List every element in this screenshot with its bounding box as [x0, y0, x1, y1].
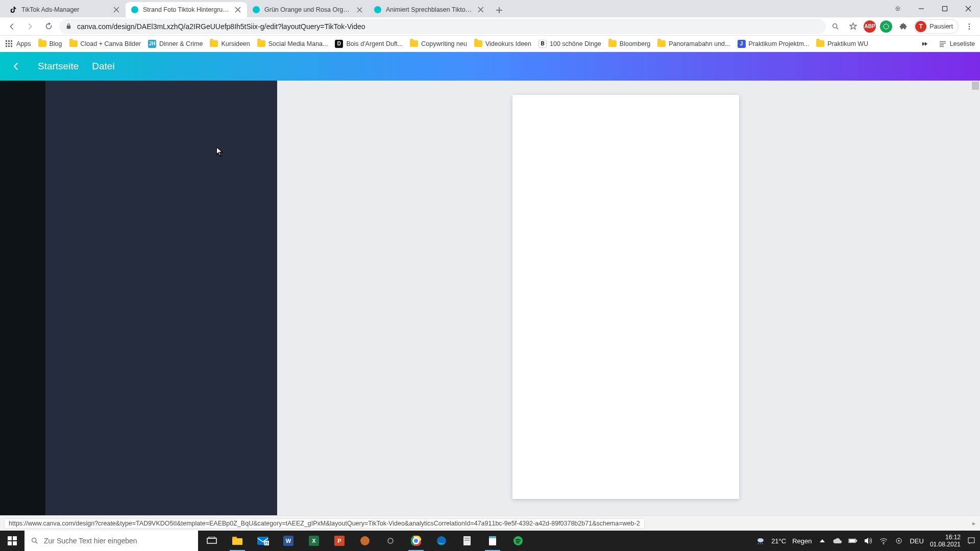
tray-date: 01.08.2021 — [930, 541, 961, 548]
taskbar-chrome[interactable] — [404, 531, 428, 551]
address-bar[interactable]: canva.com/design/DAEl3mLxzhQ/a2IRGeUUefp… — [59, 19, 826, 34]
close-icon[interactable] — [112, 6, 120, 14]
tray-chevron-up-icon[interactable] — [818, 536, 827, 545]
canvas-page[interactable] — [512, 95, 739, 499]
tray-location-icon[interactable] — [894, 536, 903, 545]
bookmark-apps[interactable]: Apps — [5, 40, 31, 48]
start-button[interactable] — [0, 531, 24, 551]
svg-point-45 — [414, 539, 418, 543]
taskbar-edge[interactable] — [430, 531, 453, 551]
svg-rect-51 — [489, 536, 496, 538]
menu-home[interactable]: Startseite — [38, 61, 79, 72]
taskbar-spotify[interactable] — [506, 531, 530, 551]
minimize-button[interactable] — [910, 0, 933, 17]
app-header: Startseite Datei — [0, 52, 980, 81]
bookmark-praktikum-wu[interactable]: Praktikum WU — [816, 40, 868, 47]
new-tab-button[interactable] — [492, 3, 506, 17]
side-rail[interactable] — [0, 81, 45, 515]
bookmark-praktikum-pm[interactable]: JPraktikum Projektm... — [738, 40, 810, 48]
taskbar-search[interactable]: Zur Suche Text hier eingeben — [24, 531, 198, 551]
close-icon[interactable] — [234, 6, 242, 14]
svg-rect-56 — [849, 539, 855, 542]
back-button[interactable] — [4, 19, 19, 34]
profile-chip[interactable]: T Pausiert — [914, 19, 959, 34]
bookmark-copywriting[interactable]: Copywriting neu — [410, 40, 467, 47]
status-url: https://www.canva.com/design?create&type… — [4, 518, 645, 529]
tray-language[interactable]: DEU — [910, 537, 923, 545]
app-back-button[interactable] — [7, 58, 24, 75]
bookmark-100schoene[interactable]: B100 schöne Dinge — [538, 40, 601, 48]
maximize-button[interactable] — [933, 0, 957, 17]
task-view-button[interactable] — [200, 531, 224, 551]
kebab-menu-icon[interactable] — [963, 19, 976, 34]
folder-icon — [210, 40, 218, 47]
bookmark-videokurs[interactable]: Videokurs Ideen — [474, 40, 531, 47]
tab-canva-animiert[interactable]: Animiert Sprechblasen Tiktok-H — [369, 2, 490, 17]
taskbar-word[interactable]: W — [277, 531, 300, 551]
bookmark-panorama[interactable]: Panoramabahn und... — [657, 40, 730, 47]
tray-battery-icon[interactable] — [848, 536, 857, 545]
account-dot-icon[interactable] — [886, 0, 910, 17]
reload-button[interactable] — [41, 19, 56, 34]
folder-icon — [257, 40, 265, 47]
taskbar-app-brown[interactable] — [353, 531, 377, 551]
horizontal-scroll-arrow-icon[interactable]: ▸ — [972, 519, 976, 527]
svg-point-24 — [32, 538, 36, 542]
tray-notifications-icon[interactable] — [967, 536, 976, 545]
close-icon[interactable] — [356, 6, 363, 14]
bookmark-star-icon[interactable] — [846, 19, 860, 34]
tray-volume-icon[interactable] — [864, 536, 873, 545]
toolbar-right: ABP T Pausiert — [829, 19, 976, 34]
site-icon: B — [538, 40, 547, 48]
bookmark-label: Panoramabahn und... — [669, 40, 730, 47]
menu-file[interactable]: Datei — [92, 61, 114, 72]
taskbar-powerpoint[interactable]: P — [328, 531, 351, 551]
bookmark-bloomberg[interactable]: Bloomberg — [608, 40, 650, 47]
svg-rect-25 — [207, 538, 216, 543]
tab-tiktok-ads[interactable]: TikTok Ads-Manager — [4, 2, 126, 17]
forward-button[interactable] — [22, 19, 38, 34]
close-icon[interactable] — [477, 6, 485, 14]
bookmark-blog[interactable]: Blog — [38, 40, 62, 47]
search-icon — [31, 537, 39, 545]
taskbar-excel[interactable]: X — [302, 531, 326, 551]
tab-canva-strand[interactable]: Strand Foto Tiktok Hintergrund — [126, 2, 247, 17]
weather-label[interactable]: Regen — [792, 537, 812, 545]
extension-abp-icon[interactable]: ABP — [864, 20, 876, 33]
vertical-scrollbar[interactable] — [972, 82, 979, 90]
tray-datetime[interactable]: 16:12 01.08.2021 — [930, 534, 961, 548]
bookmarks-overflow-icon[interactable] — [917, 40, 932, 48]
bookmark-dinner[interactable]: JHDinner & Crime — [148, 40, 203, 48]
bookmark-cload[interactable]: Cload + Canva Bilder — [69, 40, 141, 47]
svg-rect-28 — [232, 537, 237, 539]
weather-icon[interactable] — [756, 536, 765, 545]
bookmark-social[interactable]: Social Media Mana... — [257, 40, 328, 47]
window-close-button[interactable] — [957, 0, 980, 17]
tab-canva-gruen[interactable]: Grün Orange und Rosa Organisc — [247, 2, 369, 17]
extensions-puzzle-icon[interactable] — [896, 19, 910, 34]
browser-tabstrip: TikTok Ads-Manager Strand Foto Tiktok Hi… — [0, 0, 980, 17]
taskbar-obs[interactable] — [379, 531, 402, 551]
bookmark-label: Dinner & Crime — [159, 40, 203, 47]
side-panel[interactable] — [45, 81, 277, 515]
folder-icon — [410, 40, 418, 47]
reading-list-button[interactable]: Leseliste — [939, 40, 975, 48]
svg-text:X: X — [312, 538, 316, 544]
extension-green-icon[interactable] — [880, 20, 892, 33]
taskbar-explorer[interactable] — [226, 531, 249, 551]
svg-rect-23 — [13, 541, 17, 545]
taskbar-notepad[interactable] — [481, 531, 504, 551]
lock-icon — [65, 23, 72, 30]
svg-rect-21 — [13, 536, 17, 540]
tray-wifi-icon[interactable] — [879, 536, 888, 545]
bookmark-kursideen[interactable]: Kursideen — [210, 40, 250, 47]
weather-temp[interactable]: 21°C — [771, 537, 786, 545]
tray-onedrive-icon[interactable] — [833, 536, 842, 545]
folder-icon — [474, 40, 482, 47]
taskbar-mail[interactable]: 23 — [251, 531, 275, 551]
bookmark-bois[interactable]: DBois d'Argent Duft... — [335, 40, 403, 48]
search-icon[interactable] — [829, 19, 842, 34]
folder-icon — [657, 40, 666, 47]
taskbar-app-grey[interactable] — [455, 531, 479, 551]
svg-point-38 — [360, 536, 370, 545]
